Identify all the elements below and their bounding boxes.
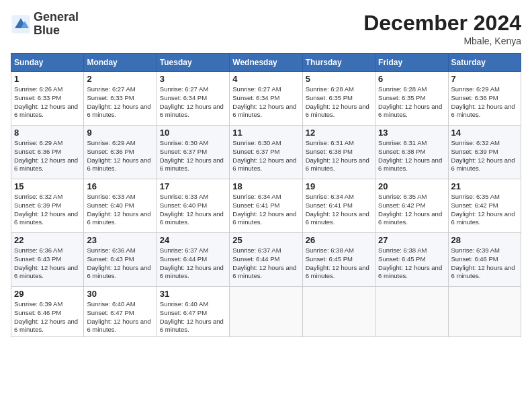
day-info: Sunrise: 6:37 AMSunset: 6:44 PMDaylight:… <box>232 246 299 281</box>
day-info: Sunrise: 6:31 AMSunset: 6:38 PMDaylight:… <box>306 139 372 173</box>
logo-text: General Blue <box>34 11 79 38</box>
week-row-4: 22Sunrise: 6:36 AMSunset: 6:43 PMDayligh… <box>11 233 521 287</box>
day-number: 26 <box>306 235 372 245</box>
day-info: Sunrise: 6:26 AMSunset: 6:33 PMDaylight:… <box>14 85 81 120</box>
day-info: Sunrise: 6:38 AMSunset: 6:45 PMDaylight:… <box>378 246 445 281</box>
day-number: 1 <box>14 74 81 84</box>
location-title: Mbale, Kenya <box>363 36 521 46</box>
day-number: 28 <box>451 235 518 245</box>
calendar-cell: 11Sunrise: 6:30 AMSunset: 6:37 PMDayligh… <box>230 126 302 179</box>
day-info: Sunrise: 6:30 AMSunset: 6:37 PMDaylight:… <box>160 139 226 173</box>
day-info: Sunrise: 6:29 AMSunset: 6:36 PMDaylight:… <box>87 139 153 173</box>
header-row: SundayMondayTuesdayWednesdayThursdayFrid… <box>11 54 521 72</box>
day-info: Sunrise: 6:40 AMSunset: 6:47 PMDaylight:… <box>87 300 153 334</box>
day-number: 25 <box>232 235 299 245</box>
day-number: 16 <box>87 181 153 191</box>
calendar-cell: 4Sunrise: 6:27 AMSunset: 6:34 PMDaylight… <box>230 72 302 126</box>
day-number: 29 <box>14 289 81 299</box>
calendar-cell: 31Sunrise: 6:40 AMSunset: 6:47 PMDayligh… <box>157 287 229 337</box>
day-number: 6 <box>378 74 445 84</box>
calendar-cell: 3Sunrise: 6:27 AMSunset: 6:34 PMDaylight… <box>157 72 229 126</box>
calendar-cell: 29Sunrise: 6:39 AMSunset: 6:46 PMDayligh… <box>11 287 84 337</box>
day-number: 22 <box>14 235 81 245</box>
day-header-wednesday: Wednesday <box>230 54 302 72</box>
header: General Blue December 2024 Mbale, Kenya <box>11 11 521 46</box>
calendar-cell <box>230 287 302 337</box>
calendar-cell: 12Sunrise: 6:31 AMSunset: 6:38 PMDayligh… <box>302 126 375 179</box>
day-info: Sunrise: 6:29 AMSunset: 6:36 PMDaylight:… <box>451 85 518 120</box>
day-info: Sunrise: 6:39 AMSunset: 6:46 PMDaylight:… <box>14 300 81 334</box>
day-info: Sunrise: 6:27 AMSunset: 6:34 PMDaylight:… <box>232 85 299 120</box>
calendar-cell: 26Sunrise: 6:38 AMSunset: 6:45 PMDayligh… <box>302 233 375 287</box>
calendar-cell: 5Sunrise: 6:28 AMSunset: 6:35 PMDaylight… <box>302 72 375 126</box>
calendar-cell: 13Sunrise: 6:31 AMSunset: 6:38 PMDayligh… <box>375 126 448 179</box>
day-info: Sunrise: 6:35 AMSunset: 6:42 PMDaylight:… <box>378 193 445 227</box>
calendar-cell: 15Sunrise: 6:32 AMSunset: 6:39 PMDayligh… <box>11 179 84 233</box>
calendar-cell: 28Sunrise: 6:39 AMSunset: 6:46 PMDayligh… <box>448 233 521 287</box>
day-info: Sunrise: 6:33 AMSunset: 6:40 PMDaylight:… <box>160 193 226 227</box>
day-info: Sunrise: 6:32 AMSunset: 6:39 PMDaylight:… <box>14 193 81 227</box>
day-info: Sunrise: 6:32 AMSunset: 6:39 PMDaylight:… <box>451 139 518 173</box>
day-number: 21 <box>451 181 518 191</box>
day-info: Sunrise: 6:28 AMSunset: 6:35 PMDaylight:… <box>306 85 372 120</box>
day-header-monday: Monday <box>84 54 157 72</box>
day-info: Sunrise: 6:27 AMSunset: 6:34 PMDaylight:… <box>160 85 226 120</box>
day-info: Sunrise: 6:37 AMSunset: 6:44 PMDaylight:… <box>160 246 226 281</box>
day-number: 4 <box>232 74 299 84</box>
day-header-tuesday: Tuesday <box>157 54 229 72</box>
day-number: 8 <box>14 128 81 138</box>
calendar-cell: 9Sunrise: 6:29 AMSunset: 6:36 PMDaylight… <box>84 126 157 179</box>
day-header-saturday: Saturday <box>448 54 521 72</box>
week-row-2: 8Sunrise: 6:29 AMSunset: 6:36 PMDaylight… <box>11 126 521 179</box>
calendar-cell: 24Sunrise: 6:37 AMSunset: 6:44 PMDayligh… <box>157 233 229 287</box>
day-number: 15 <box>14 181 81 191</box>
day-number: 3 <box>160 74 226 84</box>
day-info: Sunrise: 6:30 AMSunset: 6:37 PMDaylight:… <box>232 139 299 173</box>
calendar-cell: 23Sunrise: 6:36 AMSunset: 6:43 PMDayligh… <box>84 233 157 287</box>
week-row-5: 29Sunrise: 6:39 AMSunset: 6:46 PMDayligh… <box>11 287 521 337</box>
calendar-cell <box>448 287 521 337</box>
day-number: 20 <box>378 181 445 191</box>
day-info: Sunrise: 6:27 AMSunset: 6:33 PMDaylight:… <box>87 85 153 120</box>
calendar-cell: 17Sunrise: 6:33 AMSunset: 6:40 PMDayligh… <box>157 179 229 233</box>
day-number: 17 <box>160 181 226 191</box>
day-number: 11 <box>232 128 299 138</box>
day-number: 31 <box>160 289 226 299</box>
day-number: 24 <box>160 235 226 245</box>
day-info: Sunrise: 6:34 AMSunset: 6:41 PMDaylight:… <box>232 193 299 227</box>
day-info: Sunrise: 6:33 AMSunset: 6:40 PMDaylight:… <box>87 193 153 227</box>
calendar-cell <box>375 287 448 337</box>
calendar-cell: 30Sunrise: 6:40 AMSunset: 6:47 PMDayligh… <box>84 287 157 337</box>
day-info: Sunrise: 6:34 AMSunset: 6:41 PMDaylight:… <box>306 193 372 227</box>
day-number: 5 <box>306 74 372 84</box>
day-number: 27 <box>378 235 445 245</box>
day-info: Sunrise: 6:35 AMSunset: 6:42 PMDaylight:… <box>451 193 518 227</box>
week-row-3: 15Sunrise: 6:32 AMSunset: 6:39 PMDayligh… <box>11 179 521 233</box>
calendar-cell: 1Sunrise: 6:26 AMSunset: 6:33 PMDaylight… <box>11 72 84 126</box>
day-number: 19 <box>306 181 372 191</box>
day-info: Sunrise: 6:36 AMSunset: 6:43 PMDaylight:… <box>14 246 81 281</box>
day-number: 18 <box>232 181 299 191</box>
day-number: 2 <box>87 74 153 84</box>
calendar-cell: 8Sunrise: 6:29 AMSunset: 6:36 PMDaylight… <box>11 126 84 179</box>
calendar-cell: 19Sunrise: 6:34 AMSunset: 6:41 PMDayligh… <box>302 179 375 233</box>
calendar-cell: 20Sunrise: 6:35 AMSunset: 6:42 PMDayligh… <box>375 179 448 233</box>
week-row-1: 1Sunrise: 6:26 AMSunset: 6:33 PMDaylight… <box>11 72 521 126</box>
logo-icon <box>11 14 31 34</box>
logo: General Blue <box>11 11 79 38</box>
calendar-cell: 14Sunrise: 6:32 AMSunset: 6:39 PMDayligh… <box>448 126 521 179</box>
month-title: December 2024 <box>363 11 521 36</box>
day-info: Sunrise: 6:40 AMSunset: 6:47 PMDaylight:… <box>160 300 226 334</box>
day-header-sunday: Sunday <box>11 54 84 72</box>
day-number: 30 <box>87 289 153 299</box>
calendar-cell: 22Sunrise: 6:36 AMSunset: 6:43 PMDayligh… <box>11 233 84 287</box>
calendar-cell: 18Sunrise: 6:34 AMSunset: 6:41 PMDayligh… <box>230 179 302 233</box>
day-info: Sunrise: 6:39 AMSunset: 6:46 PMDaylight:… <box>451 246 518 281</box>
day-info: Sunrise: 6:28 AMSunset: 6:35 PMDaylight:… <box>378 85 445 120</box>
day-header-friday: Friday <box>375 54 448 72</box>
calendar-cell: 10Sunrise: 6:30 AMSunset: 6:37 PMDayligh… <box>157 126 229 179</box>
calendar-cell: 21Sunrise: 6:35 AMSunset: 6:42 PMDayligh… <box>448 179 521 233</box>
calendar-cell: 16Sunrise: 6:33 AMSunset: 6:40 PMDayligh… <box>84 179 157 233</box>
day-info: Sunrise: 6:29 AMSunset: 6:36 PMDaylight:… <box>14 139 81 173</box>
calendar-cell: 2Sunrise: 6:27 AMSunset: 6:33 PMDaylight… <box>84 72 157 126</box>
